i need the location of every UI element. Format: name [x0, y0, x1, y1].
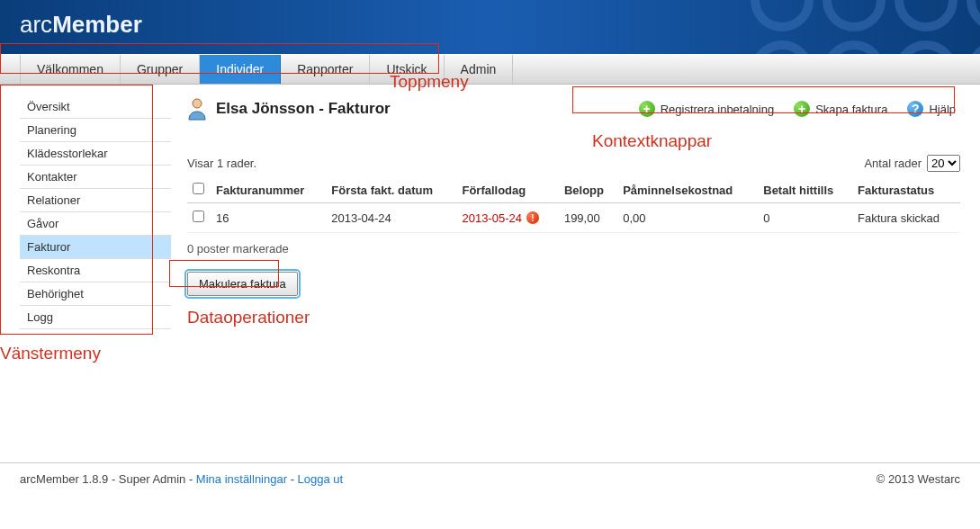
help-label: Hjälp	[929, 103, 956, 116]
cell-due-date: 2013-05-24!	[456, 203, 558, 233]
sidebar-item[interactable]: Fakturor	[20, 236, 171, 259]
th-invoice-no[interactable]: Fakturanummer	[211, 177, 326, 203]
cell-paid: 0	[758, 203, 852, 233]
user-icon	[187, 97, 207, 121]
th-amount[interactable]: Belopp	[559, 177, 617, 203]
help-button[interactable]: ? Hjälp	[907, 101, 956, 117]
context-buttons: + Registrera inbetalning + Skapa faktura…	[634, 98, 960, 120]
cell-first-date: 2013-04-24	[326, 203, 456, 233]
footer: arcMember 1.8.9 - Super Admin - Mina ins…	[0, 463, 980, 500]
svg-point-12	[193, 99, 202, 108]
annotation-dataops: Dataoperationer	[187, 308, 310, 327]
cell-invoice-no: 16	[211, 203, 326, 233]
cancel-invoice-button[interactable]: Makulera faktura	[187, 272, 298, 296]
rows-per-page-select[interactable]: 20	[927, 155, 960, 172]
create-invoice-button[interactable]: + Skapa faktura	[794, 101, 887, 117]
register-payment-button[interactable]: + Registrera inbetalning	[639, 101, 774, 117]
selected-count: 0 poster markerade	[187, 242, 960, 256]
create-invoice-label: Skapa faktura	[815, 103, 887, 116]
footer-left: arcMember 1.8.9 - Super Admin - Mina ins…	[20, 472, 343, 486]
footer-role: Super Admin	[119, 472, 185, 486]
sidebar-item[interactable]: Gåvor	[20, 212, 171, 236]
footer-app: arcMember 1.8.9	[20, 472, 108, 486]
th-first-date[interactable]: Första fakt. datum	[326, 177, 456, 203]
topmenu-item[interactable]: Individer	[200, 55, 281, 84]
rows-per-page: Antal rader 20	[864, 155, 960, 172]
topmenu-item[interactable]: Admin	[445, 55, 514, 84]
register-payment-label: Registrera inbetalning	[661, 103, 774, 116]
svg-point-5	[827, 45, 881, 54]
sidebar-item[interactable]: Relationer	[20, 189, 171, 212]
cell-reminder-cost: 0,00	[617, 203, 758, 233]
rows-info: Visar 1 rader.	[187, 157, 256, 170]
brand-logo: arcMember	[0, 0, 980, 39]
sidebar-item[interactable]: Översikt	[20, 95, 171, 119]
my-settings-link[interactable]: Mina inställningar	[196, 472, 287, 486]
topmenu-item[interactable]: Utskick	[370, 55, 444, 84]
cell-amount: 199,00	[559, 203, 617, 233]
brand-bold: Member	[52, 11, 142, 38]
sidebar-item[interactable]: Planering	[20, 119, 171, 142]
brand-pre: arc	[20, 11, 52, 38]
help-icon: ?	[907, 101, 923, 117]
topmenu-item[interactable]: Välkommen	[20, 55, 121, 84]
app-header: arcMember	[0, 0, 980, 54]
warning-icon: !	[526, 211, 539, 224]
footer-copyright: © 2013 Westarc	[877, 472, 960, 486]
main-content: Elsa Jönsson - Fakturor + Registrera inb…	[187, 95, 960, 426]
top-menu: VälkommenGrupperIndividerRapporterUtskic…	[0, 54, 980, 85]
invoice-table: Fakturanummer Första fakt. datum Förfall…	[187, 177, 960, 233]
th-paid[interactable]: Betalt hittills	[758, 177, 852, 203]
annotation-context: Kontextknappar	[592, 131, 712, 151]
topmenu-item[interactable]: Grupper	[121, 55, 200, 84]
th-status[interactable]: Fakturastatus	[852, 177, 960, 203]
rows-meta: Visar 1 rader. Antal rader 20	[187, 155, 960, 172]
sidebar-item[interactable]: Klädesstorlekar	[20, 142, 171, 166]
topmenu-item[interactable]: Rapporter	[281, 55, 370, 84]
table-header-row: Fakturanummer Första fakt. datum Förfall…	[187, 177, 960, 203]
sidebar-item[interactable]: Logg	[20, 306, 171, 329]
th-due-date[interactable]: Förfallodag	[456, 177, 558, 203]
sidebar-item[interactable]: Reskontra	[20, 259, 171, 282]
th-reminder-cost[interactable]: Påminnelsekostnad	[617, 177, 758, 203]
svg-point-6	[899, 45, 953, 54]
add-icon: +	[639, 101, 655, 117]
add-icon: +	[794, 101, 810, 117]
sidebar-item[interactable]: Behörighet	[20, 282, 171, 306]
row-checkbox[interactable]	[193, 211, 204, 222]
svg-point-7	[971, 45, 980, 54]
rows-per-page-label: Antal rader	[864, 157, 922, 170]
page-title: Elsa Jönsson - Fakturor	[216, 100, 391, 118]
logout-link[interactable]: Logga ut	[298, 472, 344, 486]
select-all-checkbox[interactable]	[193, 183, 204, 194]
sidebar-item[interactable]: Kontakter	[20, 166, 171, 189]
svg-point-4	[755, 45, 809, 54]
title-bar: Elsa Jönsson - Fakturor + Registrera inb…	[187, 97, 960, 121]
table-row: 162013-04-242013-05-24!199,000,000Faktur…	[187, 203, 960, 233]
cell-status: Faktura skickad	[852, 203, 960, 233]
sidebar: ÖversiktPlaneringKlädesstorlekarKontakte…	[20, 95, 171, 426]
